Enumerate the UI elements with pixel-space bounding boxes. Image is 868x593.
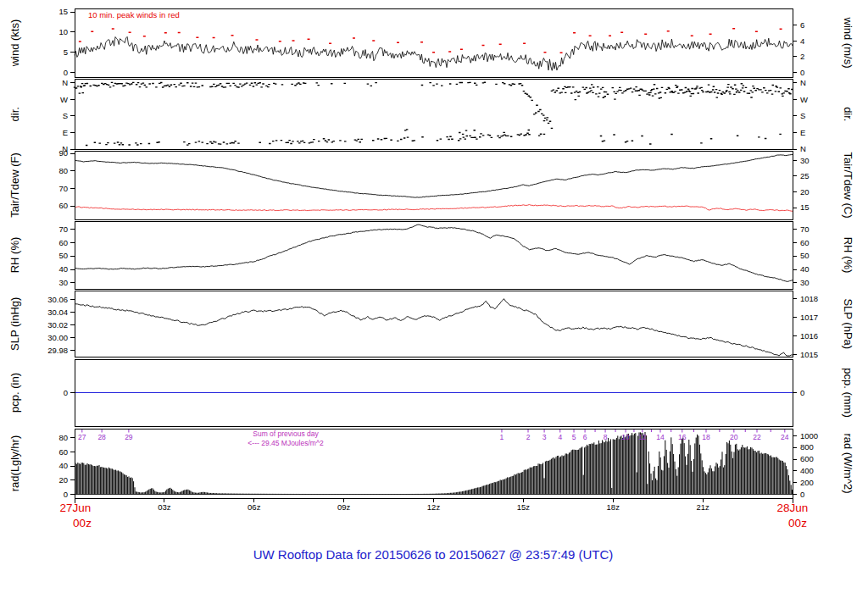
svg-text:4: 4 <box>800 36 804 46</box>
svg-text:10: 10 <box>621 433 630 441</box>
svg-text:4: 4 <box>558 433 562 441</box>
xaxis-start-date: 27Jun <box>60 502 92 514</box>
series-layer: 27282912345681012141618202224 <box>74 29 793 495</box>
svg-text:30.06: 30.06 <box>47 295 68 304</box>
ylabel-temp-left: Tair/Tdew (F) <box>8 152 21 218</box>
svg-text:N: N <box>800 144 806 153</box>
svg-text:14: 14 <box>656 433 665 441</box>
svg-text:70: 70 <box>58 184 68 193</box>
svg-text:1015: 1015 <box>800 350 818 359</box>
svg-text:40: 40 <box>800 264 810 274</box>
panel-wind-frame <box>75 8 793 77</box>
rad-sum-note-line1: Sum of previous day <box>253 430 319 438</box>
ylabel-pcp-right: pcp. (mm) <box>842 368 854 418</box>
svg-text:1018: 1018 <box>800 294 818 303</box>
ylabel-wind-left: wind (kts) <box>8 19 21 68</box>
ylabel-dir-right: dir. <box>842 107 854 121</box>
svg-text:29: 29 <box>125 433 133 441</box>
ylabel-dir-left: dir. <box>8 107 21 121</box>
svg-text:20: 20 <box>800 187 810 197</box>
static-labels: wind (kts) dir. Tair/Tdew (F) RH (%) SLP… <box>8 10 854 562</box>
ylabel-rh-left: RH (%) <box>8 237 21 274</box>
ticks-temp: 6070809015202530 <box>58 148 809 212</box>
svg-text:20: 20 <box>730 433 738 441</box>
ticks-rh: 30405060703040506070 <box>58 224 809 287</box>
svg-text:30: 30 <box>58 278 68 287</box>
slp-trace <box>75 299 793 356</box>
svg-text:90: 90 <box>58 148 68 158</box>
svg-text:8: 8 <box>604 433 608 441</box>
rad-sum-note-line2: <--- 29.45 MJoules/m^2 <box>248 439 324 447</box>
ylabel-rad-left: rad(Lgly/hr) <box>8 435 21 491</box>
svg-text:0: 0 <box>800 68 804 77</box>
svg-text:400: 400 <box>800 466 814 475</box>
svg-text:0: 0 <box>800 490 804 499</box>
xaxis-end-hour: 00z <box>788 517 807 529</box>
svg-text:18: 18 <box>702 433 710 441</box>
svg-text:N: N <box>62 78 68 87</box>
svg-text:15z: 15z <box>517 502 531 512</box>
panel-rh-frame <box>75 221 793 289</box>
wind-speed-trace <box>75 36 793 70</box>
svg-text:30.02: 30.02 <box>47 320 68 330</box>
svg-text:W: W <box>800 95 808 104</box>
svg-text:600: 600 <box>800 454 814 463</box>
ylabel-rad-right: rad (W/m^2) <box>842 433 854 493</box>
wind-direction-scatter <box>74 82 793 145</box>
svg-text:28: 28 <box>97 433 106 441</box>
svg-text:60: 60 <box>58 238 68 247</box>
panel-frames <box>75 8 793 498</box>
svg-text:800: 800 <box>800 442 814 452</box>
svg-text:29.98: 29.98 <box>47 346 68 355</box>
svg-text:2: 2 <box>800 52 804 61</box>
ticks-slp: 29.9830.0030.0230.0430.06101510161017101… <box>47 294 818 359</box>
svg-text:22: 22 <box>753 433 761 441</box>
svg-text:60: 60 <box>58 201 68 210</box>
rh-trace <box>75 224 793 281</box>
svg-text:0: 0 <box>800 388 804 397</box>
svg-text:E: E <box>800 128 805 137</box>
svg-text:30: 30 <box>800 278 810 287</box>
svg-text:60: 60 <box>800 238 810 247</box>
svg-text:W: W <box>60 95 68 104</box>
ylabel-wind-right: wind (m/s) <box>842 17 854 69</box>
panel-slp-frame <box>75 291 793 357</box>
svg-text:1016: 1016 <box>800 331 818 341</box>
weather-chart-svg: 27282912345681012141618202224 0510150246… <box>0 0 868 593</box>
svg-text:N: N <box>800 78 806 87</box>
svg-text:0: 0 <box>64 490 68 499</box>
svg-text:30: 30 <box>800 156 810 165</box>
svg-text:60: 60 <box>58 447 68 457</box>
svg-text:80: 80 <box>58 433 68 442</box>
svg-text:30.04: 30.04 <box>47 308 68 317</box>
svg-text:15: 15 <box>800 202 810 212</box>
svg-text:50: 50 <box>800 251 810 260</box>
tair-trace <box>75 155 793 198</box>
svg-text:0: 0 <box>64 68 68 77</box>
rad-bars <box>75 432 793 495</box>
svg-text:80: 80 <box>58 166 68 175</box>
svg-text:1000: 1000 <box>800 431 818 441</box>
svg-text:70: 70 <box>58 224 68 234</box>
svg-text:1: 1 <box>500 433 504 441</box>
svg-text:12z: 12z <box>427 502 441 512</box>
xaxis-ticks: 03z06z09z12z15z18z21z <box>75 498 793 512</box>
svg-text:03z: 03z <box>158 502 171 512</box>
svg-text:24: 24 <box>781 433 789 441</box>
svg-text:25: 25 <box>800 171 810 180</box>
svg-text:15: 15 <box>58 7 68 16</box>
svg-text:2: 2 <box>526 433 531 441</box>
xaxis-start-hour: 00z <box>73 517 92 529</box>
svg-text:5: 5 <box>64 47 68 57</box>
svg-text:27: 27 <box>78 433 86 441</box>
svg-text:10: 10 <box>58 27 68 36</box>
svg-text:0: 0 <box>64 388 68 397</box>
svg-text:40: 40 <box>58 461 68 470</box>
svg-text:70: 70 <box>800 224 810 234</box>
tdew-trace <box>75 204 793 211</box>
svg-text:09z: 09z <box>337 502 351 512</box>
chart-title: UW Rooftop Data for 20150626 to 20150627… <box>253 547 614 562</box>
ylabel-pcp-left: pcp. (in) <box>8 373 21 413</box>
svg-text:3: 3 <box>542 433 547 441</box>
svg-text:6: 6 <box>800 20 804 30</box>
